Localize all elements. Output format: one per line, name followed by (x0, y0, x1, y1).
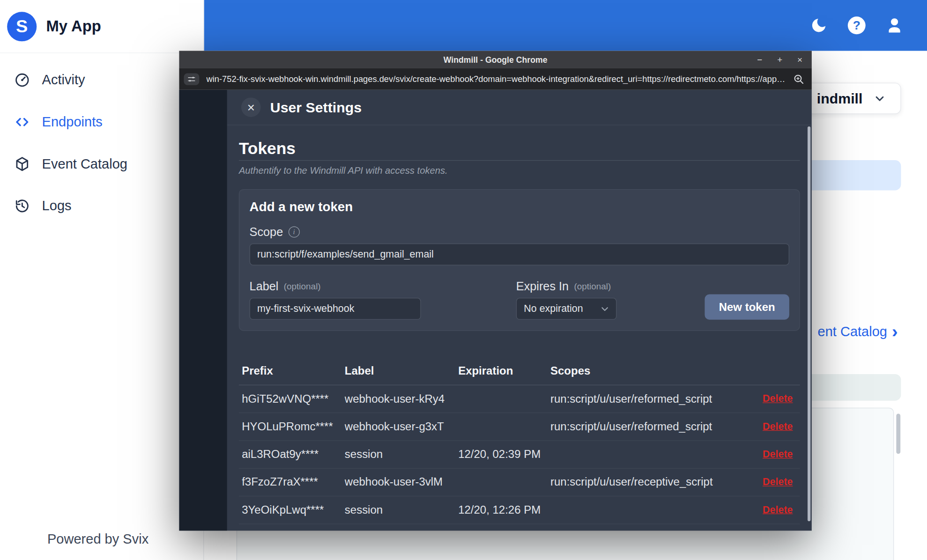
page-scrollbar-thumb[interactable] (896, 413, 900, 454)
window-controls: − + × (754, 51, 806, 68)
delete-token-link[interactable]: Delete (750, 476, 793, 488)
token-expiration: 12/20, 12:26 PM (458, 503, 550, 516)
address-bar[interactable]: win-752-fix-svix-webhook-win.windmill.pa… (206, 74, 786, 83)
minimize-button[interactable]: − (754, 53, 765, 66)
screen: indmill ent Catalog › ? S My Ap (0, 0, 927, 560)
close-window-button[interactable]: × (794, 53, 806, 66)
token-label: session (345, 503, 458, 516)
user-icon (885, 16, 904, 35)
modal-header: × User Settings (227, 90, 812, 125)
help-button[interactable]: ? (846, 15, 867, 36)
token-prefix: HYOLuPRomc**** (242, 420, 345, 433)
scope-label: Scope i (250, 225, 789, 239)
table-row: HYOLuPRomc**** webhook-user-g3xT run:scr… (239, 413, 800, 441)
expires-selected-value: No expiration (524, 303, 583, 315)
sidebar-item-endpoints[interactable]: Endpoints (0, 101, 203, 143)
chevron-right-icon: › (892, 323, 898, 340)
label-label-text: Label (250, 280, 279, 293)
info-icon: i (289, 226, 300, 237)
new-token-button[interactable]: New token (705, 295, 789, 320)
token-scopes: run:script/u/user/receptive_script (550, 476, 750, 489)
environment-dropdown-label: indmill (817, 90, 863, 106)
token-label: webhook-user-kRy4 (345, 392, 458, 405)
magnifier-icon[interactable] (793, 73, 805, 85)
sidebar-item-label: Logs (42, 198, 72, 214)
table-row: aiL3ROat9y**** session 12/20, 02:39 PM D… (239, 441, 800, 469)
tokens-table: Prefix Label Expiration Scopes hGiT52wVN… (239, 357, 800, 524)
maximize-button[interactable]: + (774, 53, 786, 66)
event-catalog-link[interactable]: ent Catalog › (818, 323, 898, 340)
token-scopes: run:script/u/user/reformed_script (550, 392, 750, 405)
delete-token-link[interactable]: Delete (750, 449, 793, 460)
label-input[interactable] (250, 298, 421, 320)
delete-token-link[interactable]: Delete (750, 421, 793, 433)
token-prefix: f3FzoZ7raX**** (242, 476, 345, 489)
table-row: hGiT52wVNQ**** webhook-user-kRy4 run:scr… (239, 385, 800, 413)
windmill-side-rail (179, 90, 227, 531)
token-label: webhook-user-g3xT (345, 420, 458, 433)
label-field-group: Label (optional) (250, 269, 421, 320)
token-prefix: hGiT52wVNQ**** (242, 392, 345, 405)
sidebar-item-label: Endpoints (42, 114, 103, 130)
column-header-prefix: Prefix (242, 364, 345, 377)
code-brackets-icon (14, 114, 30, 130)
chrome-window: Windmill - Google Chrome − + × win-752-f… (179, 51, 811, 531)
token-form-row: Label (optional) Expires In (optional) (250, 269, 789, 320)
history-clock-icon (14, 198, 30, 214)
site-settings-icon[interactable] (184, 73, 200, 85)
expires-select[interactable]: No expiration (516, 298, 617, 320)
user-settings-modal: × User Settings Tokens Authentify to the… (227, 90, 812, 531)
sidebar-item-activity[interactable]: Activity (0, 59, 203, 101)
scope-label-text: Scope (250, 225, 283, 239)
chrome-urlbar: win-752-fix-svix-webhook-win.windmill.pa… (179, 68, 811, 90)
column-header-expiration: Expiration (458, 364, 550, 377)
activity-icon (14, 72, 30, 88)
modal-body: Tokens Authentify to the Windmill API wi… (227, 125, 812, 531)
modal-title: User Settings (270, 99, 362, 115)
sidebar: S My App Activity Endpoints Event Cata (0, 0, 204, 560)
app-title: My App (46, 17, 101, 36)
expires-optional-text: (optional) (574, 281, 611, 291)
column-header-scopes: Scopes (550, 364, 750, 377)
table-row: 3YeOiKpLwq**** session 12/20, 12:26 PM D… (239, 496, 800, 524)
table-header-row: Prefix Label Expiration Scopes (239, 357, 800, 385)
tokens-subtitle: Authentify to the Windmill API with acce… (239, 165, 800, 176)
scope-input[interactable] (250, 243, 789, 265)
modal-scrollbar-thumb[interactable] (808, 126, 810, 521)
powered-by-svix: Powered by Svix (0, 531, 203, 560)
token-prefix: aiL3ROat9y**** (242, 448, 345, 461)
add-token-card: Add a new token Scope i Label (optional) (239, 189, 800, 331)
viewport: indmill ent Catalog › ? S My Ap (0, 0, 927, 560)
sidebar-item-logs[interactable]: Logs (0, 185, 203, 227)
chrome-titlebar[interactable]: Windmill - Google Chrome − + × (179, 51, 811, 68)
delete-token-link[interactable]: Delete (750, 393, 793, 405)
token-prefix: 3YeOiKpLwq**** (242, 503, 345, 516)
tokens-heading: Tokens (239, 140, 800, 161)
chevron-down-icon (600, 303, 610, 314)
user-menu-button[interactable] (884, 15, 905, 36)
windmill-page: × User Settings Tokens Authentify to the… (179, 90, 811, 531)
table-row: f3FzoZ7raX**** webhook-user-3vlM run:scr… (239, 469, 800, 496)
expires-label: Expires In (optional) (516, 280, 617, 293)
add-token-title: Add a new token (250, 199, 789, 214)
token-label: session (345, 448, 458, 461)
token-expiration: 12/20, 02:39 PM (458, 448, 550, 461)
sidebar-item-event-catalog[interactable]: Event Catalog (0, 143, 203, 185)
chrome-window-title: Windmill - Google Chrome (444, 55, 548, 64)
sidebar-item-label: Activity (42, 72, 85, 88)
dark-mode-toggle[interactable] (809, 15, 829, 36)
expires-field-group: Expires In (optional) No expiration (516, 269, 617, 320)
token-label: webhook-user-3vlM (345, 476, 458, 489)
sidebar-item-label: Event Catalog (42, 156, 127, 172)
token-scopes: run:script/u/user/reformed_script (550, 420, 750, 433)
close-modal-button[interactable]: × (241, 97, 261, 117)
label-optional-text: (optional) (284, 281, 321, 291)
column-header-label: Label (345, 364, 458, 377)
app-logo: S (7, 12, 37, 41)
sidebar-header: S My App (0, 0, 203, 53)
expires-label-text: Expires In (516, 280, 569, 293)
topbar: ? (204, 0, 927, 51)
delete-token-link[interactable]: Delete (750, 504, 793, 516)
event-catalog-link-label: ent Catalog (818, 324, 887, 339)
label-label: Label (optional) (250, 280, 421, 293)
